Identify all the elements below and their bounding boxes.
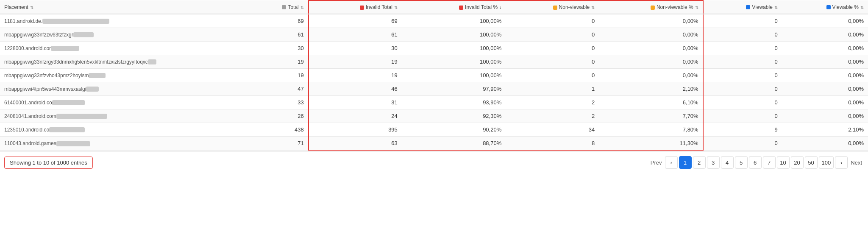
td-viewable_pct-1: 0,00% — [782, 28, 868, 42]
td-viewable-5: 0 — [703, 82, 782, 96]
placement-blur — [86, 87, 99, 92]
th-invalid_total[interactable]: Invalid Total⇅ — [309, 0, 402, 14]
th-viewable[interactable]: Viewable⇅ — [703, 0, 782, 14]
placement-blur — [42, 19, 109, 24]
td-nonviewable-4: 0 — [506, 69, 599, 82]
td-nonviewable-1: 0 — [506, 28, 599, 42]
placement-text: 110043.android.games — [4, 140, 56, 146]
th-label-invalid_total: Invalid Total — [366, 4, 392, 10]
page-btn-7[interactable]: 7 — [763, 156, 776, 169]
th-label-total: Total — [288, 4, 298, 10]
td-invalid_total-3: 19 — [309, 55, 402, 69]
td-viewable-1: 0 — [703, 28, 782, 42]
th-placement[interactable]: Placement⇅ — [0, 0, 244, 14]
td-nonviewable_pct-2: 0,00% — [599, 42, 703, 55]
th-label-invalid_pct: Invalid Total % — [465, 4, 498, 10]
td-total-5: 47 — [244, 82, 308, 96]
td-invalid_pct-3: 100,00% — [402, 55, 506, 69]
td-viewable_pct-7: 0,00% — [782, 109, 868, 123]
td-invalid_pct-2: 100,00% — [402, 42, 506, 55]
table-row: 110043.android.games716388,70%811,30%00,… — [0, 137, 868, 151]
placement-blur — [56, 114, 107, 119]
td-total-4: 19 — [244, 69, 308, 82]
td-placement-3: mbappgiwwg33nfzrgy33dnmxhg5len5vxkltnmfz… — [0, 55, 244, 69]
page-btn-2[interactable]: 2 — [693, 156, 706, 169]
td-viewable_pct-9: 0,00% — [782, 137, 868, 151]
prev-button[interactable]: ‹ — [665, 156, 678, 169]
td-nonviewable_pct-6: 6,10% — [599, 96, 703, 109]
sort-icon-invalid_total: ⇅ — [394, 5, 398, 10]
pagination: Prev ‹ 1234567102050100 › Next — [651, 156, 864, 169]
next-button[interactable]: › — [835, 156, 848, 169]
td-placement-8: 1235010.android.co — [0, 123, 244, 137]
page-btn-50[interactable]: 50 — [805, 156, 818, 169]
td-total-1: 61 — [244, 28, 308, 42]
placement-text: mbappgiwwg33nfzvho43pmz2hoylsm — [4, 73, 89, 78]
table-row: 61400001.android.co333193,90%26,10%00,00… — [0, 96, 868, 109]
th-viewable_pct[interactable]: Viewable %⇅ — [782, 0, 868, 14]
td-viewable-8: 9 — [703, 123, 782, 137]
td-invalid_total-8: 395 — [309, 123, 402, 137]
placement-text: mbappgiwwg33nfzrgy33dnmxhg5len5vxkltnmfz… — [4, 59, 148, 65]
td-invalid_total-7: 24 — [309, 109, 402, 123]
placement-text: 1181.android.de. — [4, 18, 42, 24]
page-btn-4[interactable]: 4 — [721, 156, 734, 169]
td-total-8: 438 — [244, 123, 308, 137]
placement-text: 24081041.android.com — [4, 113, 56, 119]
td-nonviewable-7: 2 — [506, 109, 599, 123]
td-invalid_total-6: 31 — [309, 96, 402, 109]
td-invalid_pct-9: 88,70% — [402, 137, 506, 151]
td-invalid_total-5: 46 — [309, 82, 402, 96]
td-total-6: 33 — [244, 96, 308, 109]
th-invalid_pct[interactable]: Invalid Total %↓ — [402, 0, 506, 14]
td-nonviewable_pct-3: 0,00% — [599, 55, 703, 69]
table-row: mbappgiwwg33nfzrgy33dnmxhg5len5vxkltnmfz… — [0, 55, 868, 69]
page-btn-100[interactable]: 100 — [819, 156, 834, 169]
th-label-placement: Placement — [4, 4, 28, 10]
page-btn-1[interactable]: 1 — [679, 156, 692, 169]
sort-icon-viewable: ⇅ — [774, 5, 778, 10]
td-total-7: 26 — [244, 109, 308, 123]
td-nonviewable-5: 1 — [506, 82, 599, 96]
page-btn-10[interactable]: 10 — [777, 156, 790, 169]
placement-text: mbappgiwwi4tpn5ws443mmvsxaslgi — [4, 86, 86, 92]
placement-blur — [51, 46, 79, 51]
td-invalid_pct-1: 100,00% — [402, 28, 506, 42]
td-nonviewable-0: 0 — [506, 14, 599, 28]
placement-blur — [89, 73, 106, 78]
table-row: mbappgiwwg33nfzvho43pmz2hoylsm1919100,00… — [0, 69, 868, 82]
td-nonviewable_pct-8: 7,80% — [599, 123, 703, 137]
table-row: mbappgiwwi4tpn5ws443mmvsxaslgi474697,90%… — [0, 82, 868, 96]
th-nonviewable_pct[interactable]: Non-viewable %⇅ — [599, 0, 703, 14]
placement-blur — [73, 32, 94, 37]
table-row: 24081041.android.com262492,30%27,70%00,0… — [0, 109, 868, 123]
td-invalid_pct-8: 90,20% — [402, 123, 506, 137]
placement-text: 1235010.android.co — [4, 127, 49, 133]
sort-icon-invalid_pct: ↓ — [499, 5, 501, 10]
next-label: Next — [851, 159, 862, 166]
page-btn-6[interactable]: 6 — [749, 156, 762, 169]
placement-blur — [56, 141, 90, 146]
th-label-nonviewable: Non-viewable — [559, 4, 590, 10]
th-total[interactable]: Total⇅ — [244, 0, 308, 14]
td-placement-4: mbappgiwwg33nfzvho43pmz2hoylsm — [0, 69, 244, 82]
td-nonviewable-3: 0 — [506, 55, 599, 69]
td-total-3: 19 — [244, 55, 308, 69]
table-row: 1181.android.de.6969100,00%00,00%00,00% — [0, 14, 868, 28]
sort-icon-nonviewable_pct: ⇅ — [695, 5, 698, 10]
td-nonviewable_pct-4: 0,00% — [599, 69, 703, 82]
td-invalid_pct-4: 100,00% — [402, 69, 506, 82]
placement-text: mbappgiwwg33nfzzw63tzfzxgr — [4, 32, 73, 38]
td-viewable-9: 0 — [703, 137, 782, 151]
td-placement-1: mbappgiwwg33nfzzw63tzfzxgr — [0, 28, 244, 42]
page-btn-20[interactable]: 20 — [791, 156, 804, 169]
td-total-9: 71 — [244, 137, 308, 151]
td-viewable_pct-2: 0,00% — [782, 42, 868, 55]
td-viewable_pct-6: 0,00% — [782, 96, 868, 109]
page-btn-5[interactable]: 5 — [735, 156, 748, 169]
td-total-2: 30 — [244, 42, 308, 55]
th-nonviewable[interactable]: Non-viewable⇅ — [506, 0, 599, 14]
td-viewable_pct-4: 0,00% — [782, 69, 868, 82]
page-btn-3[interactable]: 3 — [707, 156, 720, 169]
td-invalid_total-4: 19 — [309, 69, 402, 82]
